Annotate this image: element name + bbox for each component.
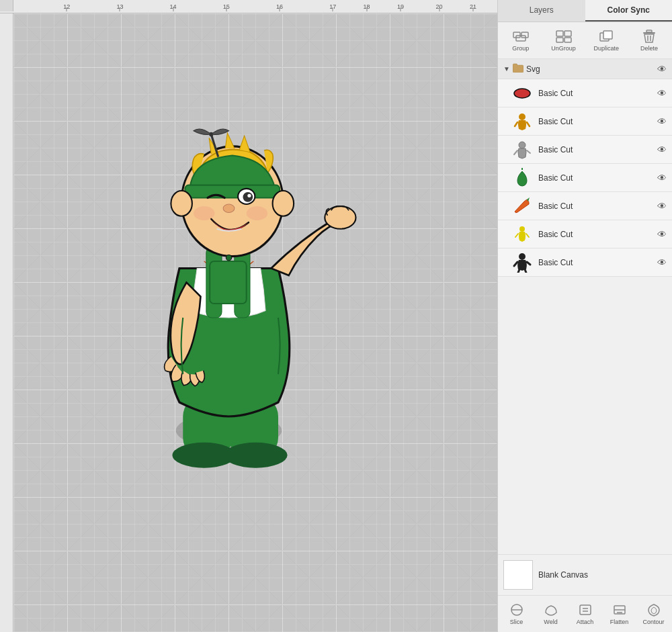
tab-bar: Layers Color Sync [498, 0, 672, 22]
ruler-mark-14: 14 [170, 3, 177, 10]
svg-line-49 [527, 262, 530, 265]
layer-eye-2[interactable]: 👁 [657, 116, 667, 127]
svg-rect-11 [185, 185, 280, 198]
slice-label: Slice [510, 619, 523, 625]
svg-point-17 [223, 204, 235, 213]
layer-eye-3[interactable]: 👁 [657, 144, 667, 155]
duplicate-label: Duplicate [594, 45, 620, 52]
svg-point-4 [224, 443, 288, 468]
svg-point-15 [243, 192, 253, 202]
folder-arrow[interactable]: ▼ [503, 65, 510, 73]
layer-item[interactable]: Basic Cut 👁 [498, 136, 672, 164]
svg-line-50 [518, 269, 519, 273]
svg-point-18 [194, 206, 215, 220]
tab-colorsync[interactable]: Color Sync [585, 0, 673, 21]
svg-rect-27 [564, 31, 571, 36]
contour-button[interactable]: Contour [638, 600, 669, 628]
layer-item[interactable]: Basic Cut 👁 [498, 79, 672, 107]
ruler-mark-19: 19 [397, 3, 404, 10]
layers-section[interactable]: ▼ Svg 👁 Basic Cut 👁 [498, 59, 672, 554]
svg-rect-23 [513, 32, 520, 38]
svg-line-46 [526, 234, 529, 237]
flatten-button[interactable]: Flatten [603, 600, 635, 628]
svg-line-39 [527, 122, 530, 126]
blank-canvas-row[interactable]: Blank Canvas [498, 554, 672, 595]
layer-eye-4[interactable]: 👁 [657, 173, 667, 183]
svg-point-19 [247, 206, 268, 220]
ruler-mark-20: 20 [436, 3, 443, 10]
layer-item[interactable]: Basic Cut 👁 [498, 164, 672, 192]
ruler-left [0, 13, 13, 632]
layer-thumb-2 [511, 111, 533, 132]
delete-label: Delete [640, 45, 658, 52]
app-container: 12 13 14 15 16 17 18 19 20 21 [0, 0, 672, 632]
ruler-mark-12: 12 [63, 3, 70, 10]
tab-layers[interactable]: Layers [498, 0, 585, 21]
layer-thumb-4 [511, 167, 533, 189]
ruler-mark-21: 21 [470, 3, 476, 10]
layer-eye-6[interactable]: 👁 [657, 229, 667, 240]
layer-item[interactable]: Basic Cut 👁 [498, 107, 672, 136]
attach-button[interactable]: Attach [569, 600, 601, 628]
svg-rect-25 [516, 36, 526, 41]
layer-thumb-3 [511, 139, 533, 161]
ungroup-label: UnGroup [551, 45, 576, 52]
svg-line-41 [514, 150, 517, 154]
duplicate-icon [597, 29, 616, 44]
layer-label-5: Basic Cut [538, 201, 652, 211]
grid-canvas[interactable] [13, 13, 497, 632]
layer-thumb-6 [511, 224, 533, 245]
svg-rect-29 [564, 38, 571, 42]
layer-label-7: Basic Cut [538, 258, 652, 267]
svg-point-22 [226, 255, 231, 261]
layer-item[interactable]: Basic Cut 👁 [498, 249, 672, 277]
layer-label-3: Basic Cut [538, 145, 652, 154]
delete-icon [640, 29, 659, 44]
ungroup-icon [554, 29, 573, 44]
attach-label: Attach [577, 619, 594, 625]
weld-button[interactable]: Weld [535, 600, 566, 628]
layer-thumb-7 [511, 252, 533, 273]
svg-point-21 [273, 191, 294, 216]
layer-item[interactable]: Basic Cut 👁 [498, 220, 672, 249]
character-svg [81, 47, 363, 504]
svg-folder[interactable]: ▼ Svg 👁 [498, 59, 672, 79]
ruler-top: 12 13 14 15 16 17 18 19 20 21 [0, 0, 497, 13]
group-label: Group [512, 45, 529, 52]
svg-rect-26 [556, 31, 563, 36]
svg-line-51 [525, 269, 526, 273]
delete-button[interactable]: Delete [629, 26, 669, 54]
attach-icon [576, 602, 595, 617]
blank-canvas-label: Blank Canvas [538, 570, 588, 580]
svg-point-20 [171, 191, 192, 216]
duplicate-button[interactable]: Duplicate [587, 26, 627, 54]
svg-line-38 [515, 122, 517, 126]
svg-line-48 [514, 262, 517, 266]
ruler-mark-15: 15 [223, 3, 230, 10]
canvas-area: 12 13 14 15 16 17 18 19 20 21 [0, 0, 497, 632]
svg-rect-28 [556, 38, 563, 42]
svg-folder-eye[interactable]: 👁 [657, 64, 667, 75]
layer-label-6: Basic Cut [538, 230, 652, 239]
group-button[interactable]: Group [501, 26, 541, 54]
slice-button[interactable]: Slice [501, 600, 532, 628]
layer-thumb-5 [511, 195, 533, 217]
svg-rect-33 [643, 32, 655, 34]
svg-point-8 [325, 206, 355, 229]
svg-point-16 [247, 194, 251, 197]
svg-point-37 [519, 114, 526, 120]
group-icon [511, 29, 530, 44]
weld-icon [542, 602, 560, 617]
svg-point-44 [519, 226, 525, 232]
ungroup-button[interactable]: UnGroup [544, 26, 584, 54]
svg-point-40 [519, 142, 526, 148]
layer-eye-5[interactable]: 👁 [657, 201, 667, 212]
svg-point-36 [514, 89, 530, 98]
layer-item[interactable]: Basic Cut 👁 [498, 192, 672, 220]
toolbar-row: Group UnGroup Duplicate Delete [498, 22, 672, 59]
svg-folder-label: Svg [526, 64, 655, 74]
slice-icon [507, 602, 526, 617]
layer-eye-7[interactable]: 👁 [657, 257, 667, 268]
ruler-mark-18: 18 [364, 3, 370, 10]
layer-eye-1[interactable]: 👁 [657, 88, 667, 99]
